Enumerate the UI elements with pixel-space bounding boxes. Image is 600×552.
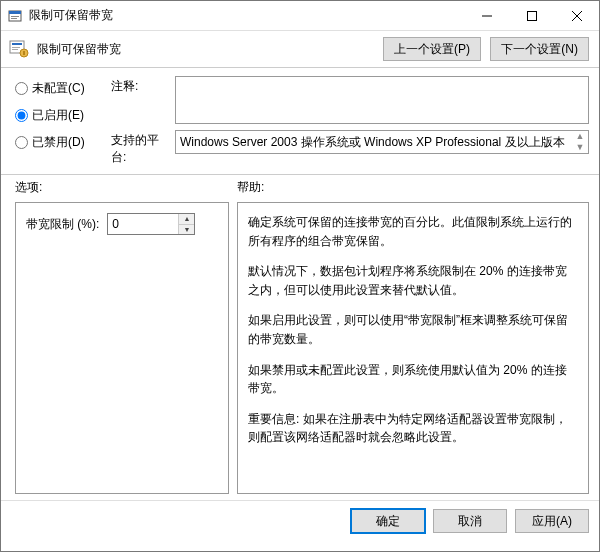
radio-not-configured[interactable]: 未配置(C) (15, 80, 111, 97)
radio-disabled[interactable]: 已禁用(D) (15, 134, 111, 151)
platform-label: 支持的平台: (111, 130, 169, 166)
config-area: 未配置(C) 已启用(E) 已禁用(D) 注释: 支持的平台: Windows … (1, 68, 599, 175)
dialog-footer: 确定 取消 应用(A) (1, 500, 599, 541)
window-controls (464, 1, 599, 30)
options-section-label: 选项: (15, 179, 237, 196)
help-text: 确定系统可保留的连接带宽的百分比。此值限制系统上运行的所有程序的组合带宽保留。 (248, 213, 578, 250)
radio-enabled-label: 已启用(E) (32, 107, 84, 124)
window-title: 限制可保留带宽 (29, 7, 464, 24)
platform-field: Windows Server 2003 操作系统或 Windows XP Pro… (175, 130, 589, 154)
radio-enabled[interactable]: 已启用(E) (15, 107, 111, 124)
radio-not-configured-input[interactable] (15, 82, 28, 95)
help-text: 如果启用此设置，则可以使用“带宽限制”框来调整系统可保留的带宽数量。 (248, 311, 578, 348)
minimize-button[interactable] (464, 1, 509, 30)
section-labels: 选项: 帮助: (1, 175, 599, 202)
spinner-up[interactable]: ▲ (179, 214, 194, 225)
state-radios: 未配置(C) 已启用(E) 已禁用(D) (15, 76, 111, 166)
ok-button[interactable]: 确定 (351, 509, 425, 533)
prev-setting-button[interactable]: 上一个设置(P) (383, 37, 481, 61)
bandwidth-limit-label: 带宽限制 (%): (26, 216, 99, 233)
help-text: 重要信息: 如果在注册表中为特定网络适配器设置带宽限制，则配置该网络适配器时就会… (248, 410, 578, 447)
platform-value: Windows Server 2003 操作系统或 Windows XP Pro… (180, 135, 565, 149)
options-panel: 带宽限制 (%): ▲ ▼ (15, 202, 229, 494)
help-section-label: 帮助: (237, 179, 589, 196)
platform-scroll[interactable]: ▲▼ (573, 132, 587, 152)
help-panel: 确定系统可保留的连接带宽的百分比。此值限制系统上运行的所有程序的组合带宽保留。 … (237, 202, 589, 494)
svg-rect-11 (12, 49, 18, 50)
radio-disabled-label: 已禁用(D) (32, 134, 85, 151)
svg-rect-1 (9, 11, 21, 14)
radio-not-configured-label: 未配置(C) (32, 80, 85, 97)
policy-header: 限制可保留带宽 上一个设置(P) 下一个设置(N) (1, 31, 599, 68)
radio-enabled-input[interactable] (15, 109, 28, 122)
radio-disabled-input[interactable] (15, 136, 28, 149)
apply-button[interactable]: 应用(A) (515, 509, 589, 533)
policy-title: 限制可保留带宽 (37, 41, 377, 58)
maximize-button[interactable] (509, 1, 554, 30)
comment-label: 注释: (111, 76, 169, 95)
comment-textarea[interactable] (175, 76, 589, 124)
svg-rect-2 (11, 16, 19, 17)
next-setting-button[interactable]: 下一个设置(N) (490, 37, 589, 61)
svg-rect-9 (12, 43, 22, 45)
svg-rect-3 (11, 18, 17, 19)
titlebar: 限制可保留带宽 (1, 1, 599, 31)
panels: 带宽限制 (%): ▲ ▼ 确定系统可保留的连接带宽的百分比。此值限制系统上运行… (1, 202, 599, 494)
cancel-button[interactable]: 取消 (433, 509, 507, 533)
svg-rect-13 (23, 51, 25, 55)
svg-rect-10 (12, 47, 20, 48)
app-icon (7, 8, 23, 24)
close-button[interactable] (554, 1, 599, 30)
bandwidth-limit-spinner[interactable]: ▲ ▼ (107, 213, 195, 235)
help-text: 如果禁用或未配置此设置，则系统使用默认值为 20% 的连接带宽。 (248, 361, 578, 398)
spinner-down[interactable]: ▼ (179, 225, 194, 235)
bandwidth-limit-input[interactable] (108, 214, 178, 234)
help-text: 默认情况下，数据包计划程序将系统限制在 20% 的连接带宽之内，但可以使用此设置… (248, 262, 578, 299)
policy-icon (7, 37, 31, 61)
svg-rect-5 (527, 11, 536, 20)
